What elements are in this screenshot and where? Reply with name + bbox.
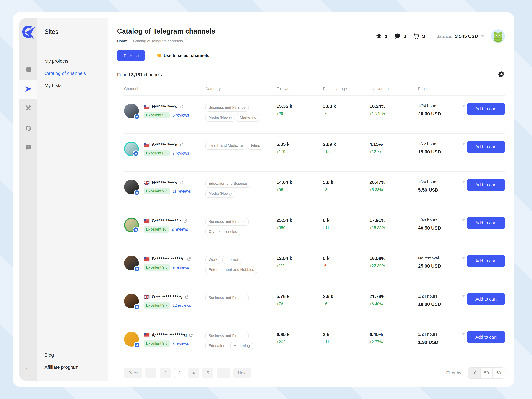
- us-flag-icon: [144, 219, 149, 223]
- reviews-link[interactable]: 5 reviews: [172, 113, 189, 117]
- sidebar-item-catalog-of-channels[interactable]: Catalog of channels: [44, 71, 108, 76]
- followers-value: 14.64 k: [277, 180, 323, 185]
- coverage-delta: +6: [323, 111, 369, 116]
- external-link-icon[interactable]: [189, 333, 193, 337]
- coverage-delta: +11: [323, 340, 369, 344]
- reviews-link[interactable]: 12 reviews: [172, 303, 191, 308]
- page-size-option-50a[interactable]: 50: [480, 368, 492, 378]
- coverage-value: 2.6 k: [323, 294, 369, 299]
- app-logo-icon[interactable]: [20, 24, 36, 40]
- sidebar-item-affiliate-program[interactable]: Affiliate program: [44, 365, 79, 370]
- channel-name[interactable]: A****** ****n: [152, 142, 177, 147]
- rail-item-support[interactable]: [19, 118, 37, 138]
- add-to-cart-button[interactable]: Add to cart: [467, 179, 505, 191]
- pagination-back-button[interactable]: Back: [124, 368, 142, 378]
- coverage-delta: +154: [323, 149, 369, 154]
- channel-name[interactable]: H****** ****s: [152, 180, 177, 185]
- filter-button[interactable]: Filter: [117, 50, 145, 61]
- chevron-down-icon[interactable]: [462, 257, 466, 259]
- followers-value: 6.35 k: [277, 332, 323, 337]
- channel-name[interactable]: A******* ********g: [152, 332, 187, 338]
- channel-avatar: [124, 332, 139, 347]
- rating-badge: Excellent 8.0: [144, 150, 170, 156]
- pagination-page-3[interactable]: 3: [174, 368, 185, 378]
- page-size-option-50b[interactable]: 50: [492, 368, 505, 378]
- settings-gear-icon[interactable]: [498, 71, 505, 79]
- external-link-icon[interactable]: [185, 295, 189, 299]
- pagination-page-1[interactable]: 1: [145, 368, 157, 378]
- collapse-sidebar-button[interactable]: ←: [19, 362, 37, 371]
- favorites-button[interactable]: 3: [376, 33, 387, 40]
- channel-name[interactable]: H****** ****s: [152, 104, 177, 109]
- rail-item-projects[interactable]: [19, 60, 37, 80]
- add-to-cart-button[interactable]: Add to cart: [467, 293, 505, 305]
- followers-value: 12.54 k: [277, 256, 323, 261]
- table-header-row: Channel Category Followers Post coverage…: [124, 87, 505, 96]
- reviews-link[interactable]: 7 reviews: [172, 151, 189, 155]
- rail-item-catalog[interactable]: [19, 80, 37, 99]
- chevron-down-icon[interactable]: [462, 219, 466, 221]
- hint-text: Use to select channels: [164, 53, 209, 58]
- sidebar-item-my-lists[interactable]: My Lists: [44, 83, 108, 88]
- channel-name[interactable]: O*** ***** ****y: [152, 294, 183, 300]
- followers-delta: +202: [277, 340, 323, 344]
- category-tag: Business and Finance: [205, 218, 249, 226]
- breadcrumb-home-link[interactable]: Home: [117, 39, 127, 43]
- channel-name[interactable]: B******** ******e: [152, 256, 185, 262]
- add-to-cart-button[interactable]: Add to cart: [467, 331, 505, 343]
- channel-avatar: [124, 142, 139, 156]
- external-link-icon[interactable]: [183, 219, 187, 223]
- uk-flag-icon: [144, 181, 149, 185]
- reviews-link[interactable]: 9 reviews: [172, 265, 189, 270]
- chevron-down-icon[interactable]: [462, 295, 466, 297]
- external-link-icon[interactable]: [180, 105, 184, 109]
- sidebar-item-blog[interactable]: Blog: [44, 352, 79, 358]
- category-tag: Health and Medicine: [205, 142, 246, 150]
- reviews-link[interactable]: 3 reviews: [172, 341, 189, 346]
- tools-icon: [25, 105, 32, 112]
- page-size-option-10[interactable]: 10: [468, 368, 480, 378]
- rail-item-help[interactable]: ?: [19, 138, 37, 157]
- table-row: H****** ****s Excellent 9.8 5 reviews Bu…: [124, 96, 505, 134]
- chevron-down-icon[interactable]: [462, 181, 466, 183]
- category-tag: Cryptocurrencies: [205, 228, 240, 236]
- reviews-link[interactable]: 11 reviews: [172, 189, 191, 193]
- coverage-value: 3.68 k: [323, 103, 369, 109]
- add-to-cart-button[interactable]: Add to cart: [467, 255, 505, 267]
- add-to-cart-button[interactable]: Add to cart: [467, 103, 505, 115]
- sidebar: ? ← Sites My projects Catalog of channel…: [19, 19, 108, 380]
- chevron-down-icon[interactable]: [462, 143, 466, 145]
- reviews-link[interactable]: 2 reviews: [171, 227, 188, 232]
- duration-value: No removal: [418, 256, 439, 261]
- pagination-page-4[interactable]: 4: [188, 368, 199, 378]
- messages-button[interactable]: 3: [394, 33, 406, 40]
- telegram-badge-icon: [134, 190, 140, 196]
- external-link-icon[interactable]: [187, 257, 191, 261]
- pagination-next-button[interactable]: Next: [234, 368, 251, 378]
- rating-badge: Excellent 10: [144, 226, 169, 232]
- external-link-icon[interactable]: [180, 181, 184, 185]
- followers-delta: +350: [277, 225, 323, 230]
- involvement-delta: +12.77: [369, 149, 418, 154]
- pagination-ellipsis[interactable]: •••: [216, 368, 230, 378]
- add-to-cart-button[interactable]: Add to cart: [467, 141, 505, 153]
- price-value: 19.00 USD: [418, 149, 467, 154]
- add-to-cart-button[interactable]: Add to cart: [467, 217, 505, 229]
- sidebar-item-my-projects[interactable]: My projects: [44, 58, 108, 64]
- rail-item-tools[interactable]: [19, 99, 37, 118]
- external-link-icon[interactable]: [180, 143, 184, 147]
- channel-name[interactable]: C***** *******e: [152, 218, 181, 224]
- chevron-down-icon[interactable]: [462, 333, 466, 335]
- chevron-down-icon[interactable]: [462, 105, 466, 107]
- column-header-involvement: Involvement: [369, 87, 418, 91]
- cart-button[interactable]: 3: [413, 32, 425, 40]
- balance[interactable]: Balance: 3 545 USD: [436, 34, 484, 39]
- sidebar-title: Sites: [44, 28, 108, 35]
- user-avatar[interactable]: [491, 29, 505, 43]
- cart-count: 3: [422, 34, 425, 39]
- pagination-page-2[interactable]: 2: [160, 368, 171, 378]
- pagination-page-5[interactable]: 5: [202, 368, 213, 378]
- table-row: H****** ****s Excellent 9.4 11 reviews E…: [124, 172, 505, 210]
- telegram-badge-icon: [134, 266, 140, 272]
- breadcrumb: Home • Catalog of Telegram channels: [117, 39, 215, 43]
